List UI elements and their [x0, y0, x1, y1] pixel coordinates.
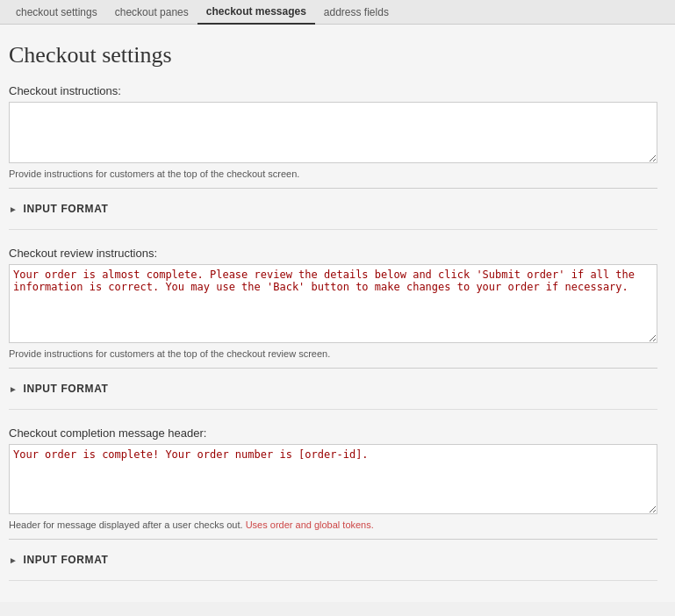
checkout-completion-section: Checkout completion message header: Head… [9, 426, 657, 581]
checkout-review-textarea[interactable] [9, 264, 657, 343]
checkout-instructions-textarea[interactable] [9, 102, 657, 163]
page-title: Checkout settings [9, 42, 657, 68]
divider-1 [9, 188, 657, 189]
checkout-review-field: Checkout review instructions: Provide in… [9, 247, 657, 359]
checkout-instructions-section: Checkout instructions: Provide instructi… [9, 84, 657, 230]
checkout-completion-field: Checkout completion message header: Head… [9, 426, 657, 530]
nav-checkout-messages[interactable]: checkout messages [197, 0, 315, 25]
checkout-instructions-field: Checkout instructions: Provide instructi… [9, 84, 657, 179]
main-content: Checkout settings Checkout instructions:… [0, 25, 675, 602]
input-format-label-1: INPUT FORMAT [24, 203, 109, 215]
checkout-review-hint: Provide instructions for customers at th… [9, 348, 657, 359]
checkout-completion-textarea[interactable] [9, 444, 657, 514]
checkout-completion-hint: Header for message displayed after a use… [9, 519, 657, 530]
input-format-label-3: INPUT FORMAT [24, 554, 109, 566]
divider-2 [9, 368, 657, 369]
nav-checkout-panes[interactable]: checkout panes [106, 1, 197, 24]
input-format-label-2: INPUT FORMAT [24, 383, 109, 395]
input-format-toggle-2[interactable]: ► INPUT FORMAT [9, 377, 657, 400]
top-nav: checkout settings checkout panes checkou… [0, 0, 675, 25]
input-format-toggle-3[interactable]: ► INPUT FORMAT [9, 548, 657, 571]
checkout-instructions-hint: Provide instructions for customers at th… [9, 168, 657, 179]
input-format-arrow-1: ► [9, 204, 18, 214]
nav-checkout-settings[interactable]: checkout settings [7, 1, 106, 24]
checkout-instructions-label: Checkout instructions: [9, 84, 657, 97]
nav-address-fields[interactable]: address fields [315, 1, 398, 24]
checkout-review-label: Checkout review instructions: [9, 247, 657, 260]
input-format-arrow-2: ► [9, 384, 18, 394]
checkout-completion-hint-prefix: Header for message displayed after a use… [9, 519, 243, 530]
divider-3 [9, 539, 657, 540]
checkout-review-section: Checkout review instructions: Provide in… [9, 247, 657, 410]
input-format-toggle-1[interactable]: ► INPUT FORMAT [9, 197, 657, 220]
checkout-completion-label: Checkout completion message header: [9, 426, 657, 440]
input-format-arrow-3: ► [9, 555, 18, 565]
checkout-completion-hint-link: Uses order and global tokens. [246, 519, 374, 530]
